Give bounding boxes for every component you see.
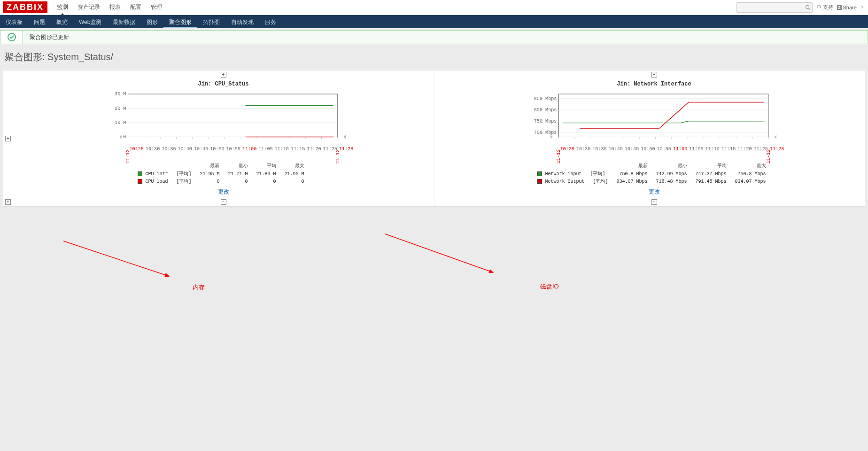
svg-point-0 [806, 5, 809, 8]
chart-area: 700 Mbps750 Mbps800 Mbps850 Mbps10:2810:… [466, 90, 852, 156]
svg-rect-3 [820, 7, 821, 8]
subnav-item-1[interactable]: 问题 [28, 15, 51, 28]
share-z-icon: Z [837, 5, 842, 10]
svg-text:0: 0 [123, 134, 126, 140]
top-menu-item-3[interactable]: 配置 [125, 0, 146, 15]
success-banner: 聚合图形已更新 [0, 30, 868, 44]
chart-area: 010 M20 M30 M10:2810:3010:3510:4010:4510… [35, 90, 421, 156]
top-header: ZABBIX 监测资产记录报表配置管理 支持 Z Share ? [0, 0, 868, 15]
svg-text:11:28: 11:28 [770, 147, 784, 152]
top-menu-item-2[interactable]: 报表 [105, 0, 125, 15]
subnav-item-6[interactable]: 聚合图形 [163, 15, 197, 28]
svg-text:11-12: 11-12 [766, 149, 771, 163]
chart-svg: 700 Mbps750 Mbps800 Mbps850 Mbps10:2810:… [466, 90, 852, 156]
share-label: Share [843, 5, 857, 10]
search-input[interactable] [737, 3, 803, 12]
remove-bot-2-cell: − [443, 198, 865, 206]
subnav-item-9[interactable]: 服务 [259, 15, 282, 28]
svg-text:20 M: 20 M [115, 106, 126, 111]
svg-text:30 M: 30 M [115, 92, 126, 97]
svg-text:10:55: 10:55 [657, 147, 671, 152]
svg-text:10:28: 10:28 [130, 147, 144, 152]
svg-text:800 Mbps: 800 Mbps [534, 108, 557, 113]
support-label: 支持 [823, 4, 833, 11]
svg-text:11:00: 11:00 [673, 147, 687, 152]
annotation-arrow [61, 238, 176, 283]
top-menu-item-4[interactable]: 管理 [146, 0, 167, 15]
svg-text:850 Mbps: 850 Mbps [534, 96, 557, 101]
plus-icon[interactable]: + [5, 199, 11, 205]
page-title: 聚合图形: System_Status/ [0, 44, 868, 70]
svg-text:11-12: 11-12 [557, 149, 562, 163]
svg-rect-51 [558, 94, 768, 137]
svg-text:11:10: 11:10 [275, 147, 289, 152]
add-top-left-cell: + [13, 70, 434, 79]
share-link[interactable]: Z Share [837, 5, 857, 10]
svg-text:10:45: 10:45 [625, 147, 639, 152]
headphones-icon [816, 4, 822, 10]
annotation-arrow [382, 231, 500, 279]
svg-rect-12 [128, 94, 337, 137]
minus-icon[interactable]: − [651, 199, 657, 205]
annotation-layer: 内存磁盘IO [0, 210, 868, 304]
minus-icon[interactable]: − [221, 199, 226, 205]
svg-text:10:55: 10:55 [226, 147, 240, 152]
chart-title: Jin: Network Interface [447, 81, 861, 87]
column-divider [434, 70, 443, 206]
change-link[interactable]: 更改 [447, 188, 861, 196]
support-link[interactable]: 支持 [816, 4, 833, 11]
check-circle-icon [8, 33, 16, 41]
search-icon[interactable] [803, 3, 812, 12]
svg-text:10:50: 10:50 [641, 147, 655, 152]
plus-icon[interactable]: + [221, 72, 226, 78]
svg-text:11:28: 11:28 [339, 147, 353, 152]
chart-title: Jin: CPU_Status [16, 81, 430, 87]
svg-text:10:35: 10:35 [162, 147, 176, 152]
svg-text:10:28: 10:28 [560, 147, 574, 152]
svg-text:11:05: 11:05 [258, 147, 272, 152]
subnav-item-8[interactable]: 自动发现 [225, 15, 259, 28]
chart-legend: 最新最小平均最大Network input [平均]750.8 Mbps742.… [447, 163, 861, 185]
chart-svg: 010 M20 M30 M10:2810:3010:3510:4010:4510… [35, 90, 421, 156]
subnav-item-2[interactable]: 概览 [51, 15, 73, 28]
svg-text:11:15: 11:15 [721, 147, 736, 152]
svg-text:10:50: 10:50 [210, 147, 224, 152]
banner-icon-wrap [0, 31, 23, 44]
svg-text:10:45: 10:45 [194, 147, 208, 152]
top-menu-item-1[interactable]: 资产记录 [73, 0, 105, 15]
change-link[interactable]: 更改 [16, 188, 430, 196]
subnav-item-4[interactable]: 最新数据 [107, 15, 141, 28]
plus-icon[interactable]: + [5, 136, 11, 141]
help-link[interactable]: ? [860, 5, 863, 10]
svg-rect-2 [817, 7, 817, 8]
svg-text:11:20: 11:20 [737, 147, 752, 152]
svg-text:11:15: 11:15 [291, 147, 305, 152]
svg-text:11:00: 11:00 [242, 147, 256, 152]
svg-text:750 Mbps: 750 Mbps [534, 119, 557, 124]
add-bot-left-cell: + [3, 198, 13, 206]
svg-text:10:40: 10:40 [609, 147, 623, 152]
remove-bot-1-cell: − [13, 198, 434, 206]
svg-text:11:10: 11:10 [705, 147, 720, 152]
svg-line-83 [385, 234, 493, 272]
svg-line-1 [809, 8, 810, 10]
svg-text:700 Mbps: 700 Mbps [534, 130, 557, 135]
sub-nav: 仪表板问题概览Web监测最新数据图形聚合图形拓扑图自动发现服务 [0, 15, 868, 28]
logo: ZABBIX [3, 1, 47, 13]
subnav-item-7[interactable]: 拓扑图 [197, 15, 225, 28]
screen-container: + + + Jin: CPU_Status010 M20 M30 M10:281… [3, 70, 865, 207]
subnav-item-5[interactable]: 图形 [141, 15, 163, 28]
subnav-item-3[interactable]: Web监测 [73, 15, 107, 28]
add-top-right-cell: + [443, 70, 865, 79]
search-box [736, 2, 813, 13]
svg-text:11:20: 11:20 [307, 147, 321, 152]
svg-text:10:35: 10:35 [592, 147, 606, 152]
svg-text:10:30: 10:30 [576, 147, 590, 152]
graph-panel-cpu: Jin: CPU_Status010 M20 M30 M10:2810:3010… [13, 79, 434, 198]
top-menu-item-0[interactable]: 监测 [52, 0, 73, 15]
subnav-item-0[interactable]: 仪表板 [0, 15, 28, 28]
plus-icon[interactable]: + [651, 72, 657, 78]
annotation-label: 磁盘IO [540, 282, 559, 291]
header-right: 支持 Z Share ? [736, 2, 868, 13]
graph-panel-network: Jin: Network Interface700 Mbps750 Mbps80… [443, 79, 865, 198]
